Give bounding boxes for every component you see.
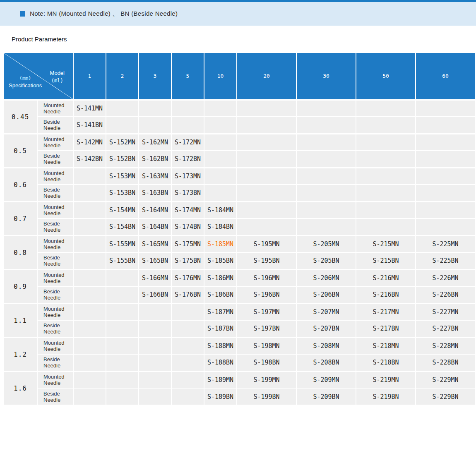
empty-cell xyxy=(356,117,416,134)
model-cell: S-153MN xyxy=(106,168,139,185)
empty-cell xyxy=(73,286,106,303)
empty-cell xyxy=(171,320,204,337)
empty-cell xyxy=(416,168,475,185)
column-header-30ml: 30 xyxy=(296,53,356,100)
needle-type-cell: Beside Needle xyxy=(37,286,73,303)
spec-cell-0.8mm: 0.8 xyxy=(3,235,37,269)
model-cell: S-152BN xyxy=(106,151,139,168)
model-cell: S-174MN xyxy=(171,202,204,218)
spec-cell-0.9mm: 0.9 xyxy=(3,269,37,303)
empty-cell xyxy=(106,303,139,320)
model-cell: S-219MN xyxy=(356,371,416,388)
empty-cell xyxy=(204,117,237,134)
table-corner-cell: Model (ml) (mm) Specifications xyxy=(3,53,73,100)
spec-cell-1.2mm: 1.2 xyxy=(3,337,37,371)
corner-model-word: Model xyxy=(50,70,65,77)
model-cell: S-205BN xyxy=(296,252,356,269)
model-cell: S-228MN xyxy=(416,337,475,354)
model-cell: S-215MN xyxy=(356,235,416,252)
empty-cell xyxy=(416,100,475,117)
needle-type-cell: Beside Needle xyxy=(37,354,73,371)
empty-cell xyxy=(73,320,106,337)
model-cell: S-216MN xyxy=(356,269,416,286)
empty-cell xyxy=(296,134,356,151)
column-header-2ml: 2 xyxy=(106,53,139,100)
empty-cell xyxy=(171,371,204,388)
empty-cell xyxy=(106,100,139,117)
model-cell: S-219BN xyxy=(356,388,416,405)
empty-cell xyxy=(204,185,237,202)
model-cell: S-165BN xyxy=(139,252,171,269)
empty-cell xyxy=(171,354,204,371)
empty-cell xyxy=(416,151,475,168)
model-cell: S-196MN xyxy=(237,269,296,286)
model-cell: S-172MN xyxy=(171,134,204,151)
table-row: 0.5Mounted NeedleS-142MNS-152MNS-162MNS-… xyxy=(3,134,475,151)
model-cell: S-225BN xyxy=(416,252,475,269)
empty-cell xyxy=(204,134,237,151)
model-cell: S-166BN xyxy=(139,286,171,303)
model-cell: S-215BN xyxy=(356,252,416,269)
empty-cell xyxy=(356,151,416,168)
table-row: Beside NeedleS-166BNS-176BNS-186BNS-196B… xyxy=(3,286,475,303)
model-cell: S-225MN xyxy=(416,235,475,252)
table-row: 0.45Mounted NeedleS-141MN xyxy=(3,100,475,117)
empty-cell xyxy=(296,151,356,168)
model-cell: S-154MN xyxy=(106,202,139,218)
needle-type-cell: Beside Needle xyxy=(37,117,73,134)
model-cell: S-184BN xyxy=(204,218,237,235)
model-cell: S-164BN xyxy=(139,218,171,235)
model-cell: S-199BN xyxy=(237,388,296,405)
empty-cell xyxy=(139,371,171,388)
column-header-5ml: 5 xyxy=(171,53,204,100)
empty-cell xyxy=(237,100,296,117)
header-row: Model (ml) (mm) Specifications 123510203… xyxy=(3,53,475,100)
spec-cell-1.1mm: 1.1 xyxy=(3,303,37,337)
empty-cell xyxy=(416,134,475,151)
table-row: 1.1Mounted NeedleS-187MNS-197MNS-207MNS-… xyxy=(3,303,475,320)
model-cell: S-206BN xyxy=(296,286,356,303)
table-row: Beside NeedleS-155BNS-165BNS-175BNS-185B… xyxy=(3,252,475,269)
needle-type-cell: Beside Needle xyxy=(37,218,73,235)
empty-cell xyxy=(171,303,204,320)
model-cell: S-196BN xyxy=(237,286,296,303)
empty-cell xyxy=(106,269,139,286)
column-header-20ml: 20 xyxy=(237,53,296,100)
needle-type-cell: Mounted Needle xyxy=(37,134,73,151)
spec-cell-0.6mm: 0.6 xyxy=(3,168,37,202)
table-row: Beside NeedleS-154BNS-164BNS-174BNS-184B… xyxy=(3,218,475,235)
model-cell: S-227BN xyxy=(416,320,475,337)
model-cell: S-208BN xyxy=(296,354,356,371)
model-cell: S-209BN xyxy=(296,388,356,405)
model-cell: S-205MN xyxy=(296,235,356,252)
spec-cell-0.7mm: 0.7 xyxy=(3,202,37,235)
model-cell: S-216BN xyxy=(356,286,416,303)
needle-type-cell: Mounted Needle xyxy=(37,168,73,185)
table-row: 0.8Mounted NeedleS-155MNS-165MNS-175MNS-… xyxy=(3,235,475,252)
column-header-60ml: 60 xyxy=(416,53,475,100)
model-cell: S-176BN xyxy=(171,286,204,303)
model-cell: S-208MN xyxy=(296,337,356,354)
model-cell: S-165MN xyxy=(139,235,171,252)
column-header-1ml: 1 xyxy=(73,53,106,100)
empty-cell xyxy=(139,117,171,134)
empty-cell xyxy=(416,218,475,235)
model-cell: S-218BN xyxy=(356,354,416,371)
model-cell-highlighted[interactable]: S-185MN xyxy=(204,235,237,252)
empty-cell xyxy=(356,185,416,202)
note-text: Note: MN (Mounted Needle) 、 BN (Beside N… xyxy=(30,10,178,18)
model-cell: S-184MN xyxy=(204,202,237,218)
empty-cell xyxy=(171,388,204,405)
empty-cell xyxy=(73,202,106,218)
corner-spec-unit: (mm) xyxy=(9,74,42,82)
spec-cell-0.5mm: 0.5 xyxy=(3,134,37,168)
empty-cell xyxy=(73,168,106,185)
model-cell: S-226MN xyxy=(416,269,475,286)
model-cell: S-198MN xyxy=(237,337,296,354)
empty-cell xyxy=(106,320,139,337)
model-cell: S-172BN xyxy=(171,151,204,168)
empty-cell xyxy=(73,337,106,354)
model-cell: S-229BN xyxy=(416,388,475,405)
empty-cell xyxy=(73,388,106,405)
table-row: Beside NeedleS-187BNS-197BNS-207BNS-217B… xyxy=(3,320,475,337)
